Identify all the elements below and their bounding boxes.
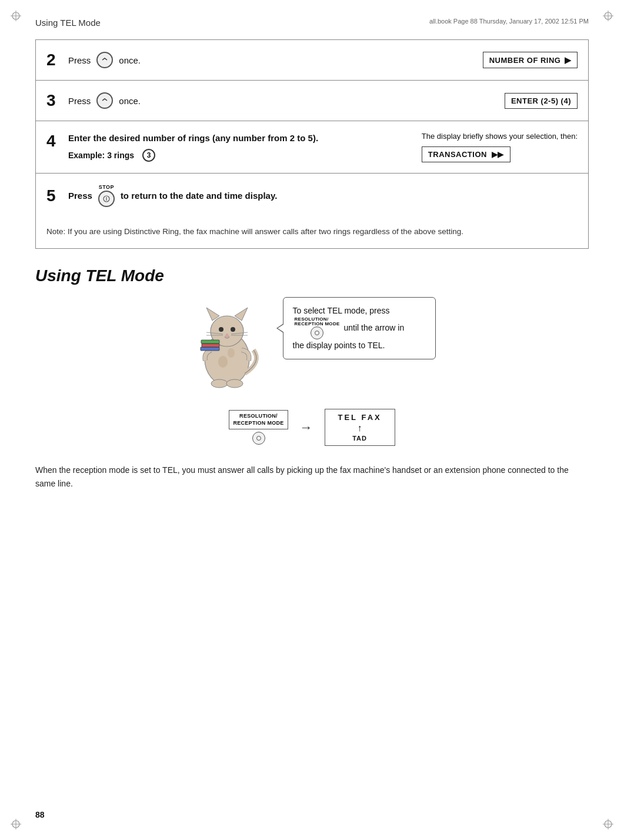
step-5-number: 5 xyxy=(36,176,62,216)
tel-mode-diagram: To select TEL mode, press RESOLUTION/ RE… xyxy=(35,297,589,391)
step-4-desc: The display briefly shows your selection… xyxy=(422,132,578,141)
corner-tr-decoration xyxy=(603,11,613,21)
step-2-row: 2 Press once. NUMBER OF RING ▶ xyxy=(36,40,588,81)
resolution-label: RESOLUTION/ RECEPTION MODE xyxy=(229,410,288,429)
svg-point-32 xyxy=(315,331,319,335)
note-row: Note: If you are using Distinctive Ring,… xyxy=(36,218,588,248)
header-meta: all.book Page 88 Thursday, January 17, 2… xyxy=(429,18,589,25)
example-number-badge: 3 xyxy=(142,149,155,162)
page-number: 88 xyxy=(35,810,45,819)
svg-point-31 xyxy=(228,348,235,358)
bottom-diagram: RESOLUTION/ RECEPTION MODE → TEL FAX ↑ T… xyxy=(165,409,459,446)
step-2-lcd: NUMBER OF RING ▶ xyxy=(483,52,578,68)
svg-rect-27 xyxy=(201,340,219,344)
step-2-content: Press once. xyxy=(62,41,447,79)
callout-text: To select TEL mode, press RESOLUTION/ RE… xyxy=(293,305,426,352)
step-5-content: Press STOP to return to the date and tim… xyxy=(62,174,447,218)
resolution-label-area: RESOLUTION/ RECEPTION MODE xyxy=(229,410,288,445)
resolution-btn-circle xyxy=(311,326,323,339)
callout-bubble: To select TEL mode, press RESOLUTION/ RE… xyxy=(283,297,436,359)
cat-illustration xyxy=(189,297,265,391)
step-3-number: 3 xyxy=(36,81,62,121)
section-title: Using TEL Mode xyxy=(35,266,589,285)
step-3-lcd: ENTER (2-5) (4) xyxy=(505,93,578,109)
steps-table: 2 Press once. NUMBER OF RING ▶ xyxy=(35,39,589,249)
corner-tl-decoration xyxy=(11,11,21,21)
step-2-button xyxy=(96,52,113,68)
step-2-display: NUMBER OF RING ▶ xyxy=(447,41,588,79)
step-4-number: 4 xyxy=(36,121,62,173)
svg-point-19 xyxy=(231,327,235,332)
svg-rect-26 xyxy=(202,344,219,347)
step-2-number: 2 xyxy=(36,40,62,80)
main-content: 2 Press once. NUMBER OF RING ▶ xyxy=(35,39,589,490)
svg-rect-25 xyxy=(201,347,219,351)
step-4-content: Enter the desired number of rings (any n… xyxy=(62,121,411,173)
step-4-example: Example: 3 rings 3 xyxy=(68,149,405,162)
tel-fax-label: TEL FAX xyxy=(338,413,382,422)
svg-point-18 xyxy=(219,327,223,332)
tel-fax-display: TEL FAX ↑ TAD xyxy=(325,409,395,446)
step-4-display: The display briefly shows your selection… xyxy=(411,121,588,173)
body-text: When the reception mode is set to TEL, y… xyxy=(35,464,589,490)
step-3-content: Press once. xyxy=(62,82,447,119)
step-4-transaction-lcd: TRANSACTION ▶▶ xyxy=(422,146,510,162)
corner-br-decoration xyxy=(603,819,613,829)
tel-fax-up-arrow: ↑ xyxy=(358,423,362,434)
step-5-row: 5 Press STOP to return to the date and t… xyxy=(36,174,588,218)
step-2-text: Press once. xyxy=(68,52,141,68)
corner-bl-decoration xyxy=(11,819,21,829)
header-title: Using TEL Mode xyxy=(35,18,101,28)
tad-label: TAD xyxy=(352,435,367,442)
step-3-row: 3 Press once. ENTER (2-5) (4) xyxy=(36,81,588,121)
step-3-button xyxy=(96,92,113,109)
svg-point-33 xyxy=(256,436,261,441)
svg-point-29 xyxy=(226,379,243,388)
step-4-main-text: Enter the desired number of rings (any n… xyxy=(68,133,405,143)
callout-container: To select TEL mode, press RESOLUTION/ RE… xyxy=(283,297,436,359)
stop-circle-icon xyxy=(98,191,115,207)
step-4-row: 4 Enter the desired number of rings (any… xyxy=(36,121,588,174)
cat-svg xyxy=(189,297,265,391)
note-text: Note: If you are using Distinctive Ring,… xyxy=(36,218,588,248)
stop-button: STOP xyxy=(98,184,115,207)
step-3-text: Press once. xyxy=(68,92,141,109)
resolution-mode-button-bottom xyxy=(252,432,265,445)
svg-point-28 xyxy=(211,379,228,388)
svg-point-30 xyxy=(218,356,228,368)
step-5-display xyxy=(447,185,588,206)
page-header: Using TEL Mode all.book Page 88 Thursday… xyxy=(35,18,589,28)
arrow-right-icon: → xyxy=(300,420,313,435)
resolution-button-callout: RESOLUTION/ RECEPTION MODE xyxy=(295,317,340,339)
step-3-display: ENTER (2-5) (4) xyxy=(447,82,588,119)
